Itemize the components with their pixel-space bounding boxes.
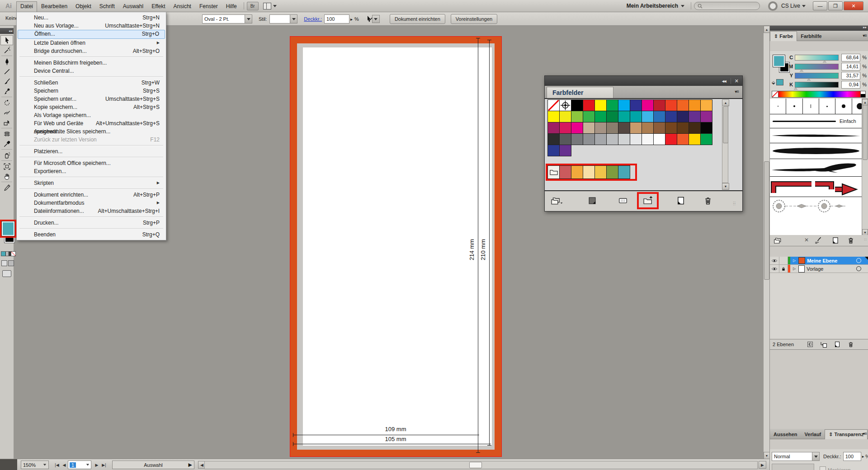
artboard-number-field[interactable]: 1 bbox=[68, 461, 91, 469]
selection-tool[interactable] bbox=[0, 35, 13, 45]
select-similar-arrow[interactable] bbox=[372, 15, 380, 23]
mesh-tool[interactable] bbox=[0, 129, 13, 139]
swatch[interactable] bbox=[594, 133, 607, 145]
new-sublayer-icon[interactable] bbox=[820, 341, 827, 348]
color-tab-farbe[interactable]: ⇕ Farbe bbox=[770, 31, 797, 41]
color-tab-farbhilfe[interactable]: Farbhilfe bbox=[797, 31, 825, 41]
visibility-eye-icon[interactable] bbox=[770, 257, 779, 264]
swatch[interactable] bbox=[583, 122, 595, 134]
layer-name[interactable]: Meine Ebene bbox=[807, 258, 837, 263]
collapse-icons[interactable]: ◂◂ bbox=[722, 78, 726, 84]
brush-row-ornament[interactable] bbox=[770, 197, 868, 215]
swatch[interactable] bbox=[559, 122, 571, 134]
vertical-scroll-thumb[interactable] bbox=[764, 161, 769, 280]
file-menu-item[interactable]: Letzte Dateien öffnen▶ bbox=[18, 39, 165, 47]
collapse-panel-icon[interactable]: ◂◂ bbox=[0, 28, 14, 34]
swatch[interactable] bbox=[665, 122, 677, 134]
swatch[interactable] bbox=[618, 111, 630, 122]
brush-row-ink-swoosh[interactable] bbox=[770, 159, 868, 177]
style-select[interactable] bbox=[269, 14, 290, 24]
swatch[interactable] bbox=[689, 111, 701, 122]
swatch[interactable] bbox=[665, 111, 677, 122]
swatch[interactable] bbox=[642, 122, 654, 134]
lock-icon[interactable] bbox=[779, 265, 788, 273]
menubar-item-ansicht[interactable]: Ansicht bbox=[170, 1, 195, 11]
magic-wand-tool[interactable] bbox=[0, 45, 13, 55]
swatch[interactable] bbox=[653, 133, 665, 145]
swatch[interactable] bbox=[594, 111, 607, 122]
style-select-arrow[interactable] bbox=[290, 14, 297, 24]
channel-value[interactable]: 31,57 bbox=[841, 72, 861, 80]
calligraphic-brush[interactable] bbox=[803, 99, 819, 114]
brush-libraries-icon[interactable] bbox=[774, 236, 782, 244]
menubar-item-effekt[interactable]: Effekt bbox=[147, 1, 169, 11]
draw-behind-button[interactable] bbox=[8, 260, 14, 266]
group-swatch[interactable] bbox=[594, 165, 607, 179]
swatch-libraries-button[interactable] bbox=[550, 195, 564, 207]
swatch[interactable] bbox=[606, 133, 618, 145]
brush-row-thick[interactable] bbox=[770, 143, 868, 159]
status-menu-arrow[interactable]: ▶ bbox=[189, 462, 192, 468]
swatch[interactable] bbox=[653, 122, 665, 134]
search-input[interactable] bbox=[694, 2, 760, 10]
prev-artboard-icon[interactable]: ◀ bbox=[61, 461, 68, 469]
swatch[interactable] bbox=[689, 133, 701, 145]
swatch[interactable] bbox=[559, 145, 571, 156]
swatch[interactable] bbox=[618, 122, 630, 134]
channel-slider[interactable] bbox=[795, 64, 838, 70]
channel-slider[interactable] bbox=[795, 82, 838, 88]
swatch-options-button[interactable] bbox=[616, 195, 630, 207]
close-button[interactable]: ✕ bbox=[844, 1, 863, 10]
swatch[interactable] bbox=[559, 111, 571, 122]
brush-select-arrow[interactable] bbox=[245, 14, 252, 24]
minimize-button[interactable]: — bbox=[813, 1, 827, 10]
file-menu-item[interactable]: Als Vorlage speichern... bbox=[18, 111, 165, 119]
layer-row-meine-ebene[interactable]: ▷Meine Ebene bbox=[770, 257, 868, 265]
channel-value[interactable]: 68,64 bbox=[841, 54, 861, 61]
brush-row-arrow-pattern[interactable] bbox=[770, 177, 868, 197]
menubar-item-schrift[interactable]: Schrift bbox=[95, 1, 119, 11]
swatch[interactable] bbox=[594, 122, 607, 134]
cs-live-menu[interactable]: CS Live bbox=[781, 3, 800, 9]
shape-builder-tool[interactable] bbox=[0, 118, 13, 127]
calligraphic-brush[interactable] bbox=[786, 99, 802, 114]
restore-button[interactable]: ❐ bbox=[828, 1, 843, 10]
swatch[interactable] bbox=[618, 133, 630, 145]
tab-farbfelder[interactable]: Farbfelder bbox=[547, 87, 613, 98]
fill-proxy-swatch[interactable] bbox=[773, 55, 785, 67]
swatch[interactable] bbox=[677, 133, 689, 145]
layer-thumbnail[interactable] bbox=[798, 257, 805, 264]
swatch[interactable] bbox=[583, 99, 595, 111]
channel-slider[interactable] bbox=[795, 73, 838, 79]
delete-swatch-button[interactable] bbox=[701, 195, 715, 207]
slider-thumb-icon[interactable] bbox=[794, 87, 797, 90]
file-menu-item[interactable]: Dateiinformationen...Alt+Umschalttaste+S… bbox=[18, 207, 165, 215]
swatches-panel-titlebar[interactable]: ◂◂ ✕ bbox=[545, 76, 742, 86]
collapse-dock-icon[interactable]: ▸▸ bbox=[770, 25, 868, 31]
file-menu-item[interactable]: Device Central... bbox=[18, 67, 165, 75]
transparency-tab-transparenz[interactable]: ⇕ Transparenz bbox=[825, 429, 868, 439]
none-button[interactable] bbox=[11, 251, 16, 256]
swatch[interactable] bbox=[559, 133, 571, 145]
resize-grip[interactable]: ∷ bbox=[864, 238, 867, 242]
swatch[interactable] bbox=[689, 99, 701, 111]
file-menu-item[interactable]: Kopie speichern...Alt+Strg+S bbox=[18, 103, 165, 111]
document-setup-button[interactable]: Dokument einrichten bbox=[390, 14, 445, 24]
swatch[interactable] bbox=[583, 111, 595, 122]
menubar-item-fenster[interactable]: Fenster bbox=[195, 1, 222, 11]
bridge-button[interactable]: Br bbox=[247, 2, 259, 10]
swatch[interactable] bbox=[700, 133, 712, 145]
scroll-down-icon[interactable]: ▼ bbox=[764, 452, 770, 459]
symbol-sprayer-tool[interactable] bbox=[0, 150, 13, 160]
swatch[interactable] bbox=[677, 111, 689, 122]
swatch[interactable] bbox=[606, 122, 618, 134]
spectrum-bar[interactable] bbox=[772, 91, 866, 97]
close-icon[interactable]: ✕ bbox=[731, 78, 742, 84]
hand-tool[interactable] bbox=[0, 171, 13, 181]
brush-row-charcoal[interactable] bbox=[770, 128, 868, 143]
transparency-tab-aussehen[interactable]: Aussehen bbox=[770, 429, 801, 439]
expand-arrow-icon[interactable]: ▷ bbox=[793, 258, 796, 263]
brush-definition-select[interactable]: Oval - 2 Pt. bbox=[202, 14, 245, 24]
swatch[interactable] bbox=[606, 111, 618, 122]
file-menu-item[interactable]: SchließenStrg+W bbox=[18, 79, 165, 87]
